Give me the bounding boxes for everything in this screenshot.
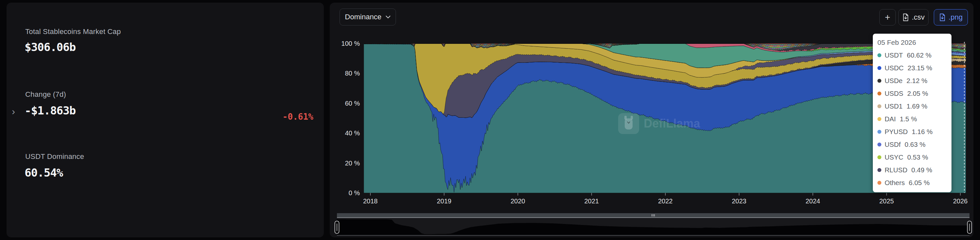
legend-dot-icon (877, 181, 881, 185)
market-cap-label: Total Stablecoins Market Cap (25, 27, 121, 36)
tooltip-item: USDf0.63 % (877, 138, 947, 151)
legend-dot-icon (877, 130, 881, 134)
market-cap-value: $306.06b (25, 41, 76, 54)
svg-text:2019: 2019 (437, 197, 452, 205)
tooltip-item-value: 1.16 % (912, 128, 933, 136)
svg-text:100 %: 100 % (341, 40, 360, 47)
tooltip-item-name: PYUSD (885, 128, 908, 136)
tooltip-item-value: 0.53 % (907, 153, 928, 161)
stablecoins-dashboard: { "stats_panel": { "market_cap_label": "… (0, 0, 980, 240)
tooltip-item-name: USDf (885, 141, 901, 148)
svg-text:80 %: 80 % (345, 69, 360, 77)
usdt-dominance-value: 60.54% (25, 166, 63, 179)
legend-dot-icon (877, 168, 881, 172)
usdt-dominance-label: USDT Dominance (25, 152, 84, 161)
legend-dot-icon (877, 117, 881, 121)
svg-text:2024: 2024 (806, 197, 820, 205)
svg-text:60 %: 60 % (345, 100, 360, 107)
slider-handle-left[interactable] (335, 221, 339, 234)
svg-text:2022: 2022 (658, 197, 673, 205)
tooltip-date: 05 Feb 2026 (877, 38, 947, 49)
tooltip-item-value: 2.12 % (907, 77, 928, 85)
tooltip-item: USDT60.62 % (877, 49, 947, 62)
chart-panel: Dominance + .csv .png DefiLlama0 %20 %40… (330, 3, 974, 237)
tooltip-item-name: USDT (885, 51, 903, 59)
tooltip-item: USDS2.05 % (877, 87, 947, 100)
tooltip-item: USYC0.53 % (877, 151, 947, 164)
legend-dot-icon (877, 53, 881, 57)
slider-handle-right[interactable] (967, 221, 972, 234)
svg-text:2018: 2018 (363, 197, 378, 205)
legend-dot-icon (877, 104, 881, 108)
tooltip-item: USD11.69 % (877, 100, 947, 112)
svg-text:40 %: 40 % (345, 129, 360, 137)
tooltip-item-value: 6.05 % (909, 179, 930, 187)
tooltip-item-value: 23.15 % (908, 64, 932, 72)
chart-tooltip: 05 Feb 2026 USDT60.62 %USDC23.15 %USDe2.… (873, 34, 951, 192)
tooltip-item-name: USDS (885, 90, 903, 98)
chevron-right-icon[interactable]: › (8, 106, 18, 117)
change-value: -$1.863b (25, 104, 76, 117)
svg-text:0 %: 0 % (349, 189, 360, 196)
tooltip-item-name: USDe (885, 77, 903, 85)
svg-text:2021: 2021 (584, 197, 599, 205)
tooltip-item-name: USYC (885, 153, 903, 161)
legend-dot-icon (877, 155, 881, 159)
tooltip-item-value: 1.5 % (900, 115, 917, 123)
svg-text:2020: 2020 (511, 197, 525, 205)
tooltip-legend: USDT60.62 %USDC23.15 %USDe2.12 %USDS2.05… (877, 49, 947, 189)
svg-text:20 %: 20 % (345, 159, 360, 167)
change-percent: -0.61% (283, 112, 313, 122)
tooltip-item: DAI1.5 % (877, 112, 947, 125)
tooltip-item: USDe2.12 % (877, 74, 947, 87)
stats-panel: Total Stablecoins Market Cap $306.06b Ch… (6, 3, 324, 237)
tooltip-item: USDC23.15 % (877, 62, 947, 74)
legend-dot-icon (877, 142, 881, 147)
tooltip-item: PYUSD1.16 % (877, 125, 947, 138)
tooltip-item-value: 2.05 % (907, 90, 928, 98)
change-label: Change (7d) (25, 90, 66, 99)
svg-text:2023: 2023 (732, 197, 747, 205)
tooltip-item: RLUSD0.49 % (877, 164, 947, 176)
tooltip-item-value: 0.63 % (905, 141, 926, 148)
tooltip-item-value: 1.69 % (907, 103, 928, 110)
tooltip-item-value: 60.62 % (907, 51, 931, 59)
tooltip-item-name: DAI (885, 115, 896, 123)
legend-dot-icon (877, 79, 881, 83)
svg-text:DefiLlama: DefiLlama (644, 117, 700, 130)
chart-range-slider[interactable] (335, 213, 972, 235)
svg-text:2026: 2026 (953, 197, 968, 205)
svg-text:2025: 2025 (880, 197, 894, 205)
tooltip-item-name: RLUSD (885, 166, 908, 174)
tooltip-item-name: USD1 (885, 103, 903, 110)
legend-dot-icon (877, 66, 881, 70)
tooltip-item-value: 0.49 % (912, 166, 932, 174)
tooltip-item-name: USDC (885, 64, 904, 72)
tooltip-item: Others6.05 % (877, 176, 947, 189)
legend-dot-icon (877, 92, 881, 95)
tooltip-item-name: Others (885, 179, 905, 187)
